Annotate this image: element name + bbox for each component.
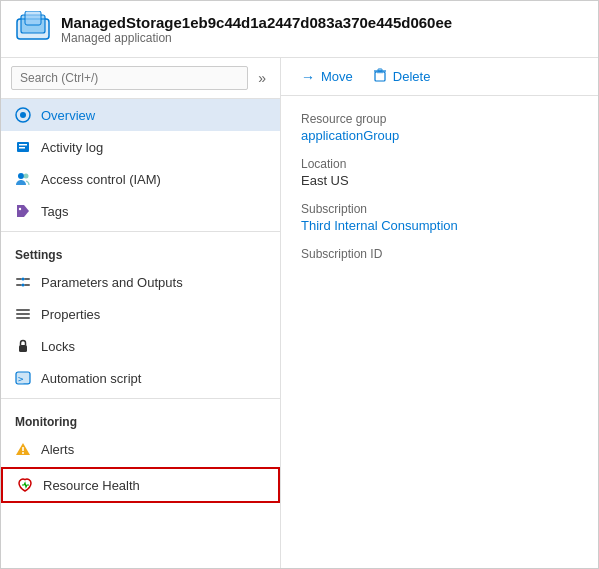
activity-log-icon bbox=[15, 139, 31, 155]
sidebar-item-locks[interactable]: Locks bbox=[1, 330, 280, 362]
resource-group-value[interactable]: applicationGroup bbox=[301, 128, 578, 143]
resource-health-icon bbox=[17, 477, 33, 493]
svg-rect-10 bbox=[19, 147, 25, 149]
locks-icon bbox=[15, 338, 31, 354]
svg-point-20 bbox=[22, 284, 25, 287]
sidebar-item-alerts[interactable]: Alerts bbox=[1, 433, 280, 465]
sidebar-item-locks-label: Locks bbox=[41, 339, 75, 354]
sidebar-item-overview-label: Overview bbox=[41, 108, 95, 123]
svg-point-30 bbox=[22, 452, 24, 454]
svg-point-7 bbox=[20, 112, 26, 118]
location-value: East US bbox=[301, 173, 578, 188]
subscription-id-row: Subscription ID bbox=[301, 247, 578, 261]
subscription-label: Subscription bbox=[301, 202, 578, 216]
svg-rect-4 bbox=[25, 11, 41, 25]
sidebar-item-access-control[interactable]: Access control (IAM) bbox=[1, 163, 280, 195]
alerts-icon bbox=[15, 441, 31, 457]
iam-icon bbox=[15, 171, 31, 187]
svg-rect-34 bbox=[378, 69, 382, 71]
sidebar-item-activity-log[interactable]: Activity log bbox=[1, 131, 280, 163]
svg-rect-22 bbox=[16, 313, 30, 315]
subscription-id-label: Subscription ID bbox=[301, 247, 578, 261]
sidebar-item-tags[interactable]: Tags bbox=[1, 195, 280, 227]
sidebar-item-automation-label: Automation script bbox=[41, 371, 141, 386]
sidebar-item-params-label: Parameters and Outputs bbox=[41, 275, 183, 290]
svg-rect-23 bbox=[16, 317, 30, 319]
sidebar-item-alerts-label: Alerts bbox=[41, 442, 74, 457]
svg-rect-24 bbox=[19, 345, 27, 352]
params-icon bbox=[15, 274, 31, 290]
sidebar-item-access-control-label: Access control (IAM) bbox=[41, 172, 161, 187]
automation-icon: >_ bbox=[15, 370, 31, 386]
move-icon: → bbox=[301, 69, 315, 85]
sidebar-item-resource-health[interactable]: Resource Health bbox=[1, 467, 280, 503]
svg-rect-21 bbox=[16, 309, 30, 311]
search-bar: » bbox=[1, 58, 280, 99]
svg-rect-18 bbox=[24, 284, 30, 286]
sidebar-item-activity-log-label: Activity log bbox=[41, 140, 103, 155]
sidebar-item-overview[interactable]: Overview bbox=[1, 99, 280, 131]
toolbar: → Move Delete bbox=[281, 58, 598, 96]
subscription-value[interactable]: Third Internal Consumption bbox=[301, 218, 578, 233]
divider-1 bbox=[1, 231, 280, 232]
subscription-row: Subscription Third Internal Consumption bbox=[301, 202, 578, 233]
header-text: ManagedStorage1eb9c44d1a2447d083a370e445… bbox=[61, 14, 452, 45]
sidebar-item-automation[interactable]: >_ Automation script bbox=[1, 362, 280, 394]
svg-marker-13 bbox=[17, 205, 29, 217]
app-header: ManagedStorage1eb9c44d1a2447d083a370e445… bbox=[1, 1, 598, 58]
resource-group-label: Resource group bbox=[301, 112, 578, 126]
sidebar-item-properties-label: Properties bbox=[41, 307, 100, 322]
info-section: Resource group applicationGroup Location… bbox=[281, 96, 598, 291]
move-label: Move bbox=[321, 69, 353, 84]
svg-rect-16 bbox=[24, 278, 30, 280]
svg-point-14 bbox=[19, 208, 21, 210]
delete-icon bbox=[373, 68, 387, 85]
svg-rect-15 bbox=[16, 278, 22, 280]
svg-point-11 bbox=[18, 173, 24, 179]
divider-2 bbox=[1, 398, 280, 399]
svg-rect-9 bbox=[19, 144, 27, 146]
sidebar-item-params-outputs[interactable]: Parameters and Outputs bbox=[1, 266, 280, 298]
settings-section-label: Settings bbox=[1, 236, 280, 266]
resource-group-row: Resource group applicationGroup bbox=[301, 112, 578, 143]
move-button[interactable]: → Move bbox=[301, 69, 353, 85]
svg-text:>_: >_ bbox=[18, 374, 29, 384]
location-row: Location East US bbox=[301, 157, 578, 188]
search-input[interactable] bbox=[11, 66, 248, 90]
sidebar: » Overview Activity log Access control (… bbox=[1, 58, 281, 568]
monitoring-section-label: Monitoring bbox=[1, 403, 280, 433]
content-area: → Move Delete Resource group application… bbox=[281, 58, 598, 568]
location-label: Location bbox=[301, 157, 578, 171]
delete-label: Delete bbox=[393, 69, 431, 84]
collapse-button[interactable]: » bbox=[254, 68, 270, 88]
sidebar-item-tags-label: Tags bbox=[41, 204, 68, 219]
sidebar-item-resource-health-label: Resource Health bbox=[43, 478, 140, 493]
delete-button[interactable]: Delete bbox=[373, 68, 431, 85]
svg-point-12 bbox=[24, 174, 29, 179]
overview-icon bbox=[15, 107, 31, 123]
svg-rect-17 bbox=[16, 284, 22, 286]
app-subtitle: Managed application bbox=[61, 31, 452, 45]
app-icon bbox=[15, 11, 51, 47]
app-title: ManagedStorage1eb9c44d1a2447d083a370e445… bbox=[61, 14, 452, 31]
svg-point-19 bbox=[22, 278, 25, 281]
svg-rect-29 bbox=[22, 447, 24, 451]
sidebar-item-properties[interactable]: Properties bbox=[1, 298, 280, 330]
properties-icon bbox=[15, 306, 31, 322]
tags-icon bbox=[15, 203, 31, 219]
main-layout: » Overview Activity log Access control (… bbox=[1, 58, 598, 568]
svg-rect-32 bbox=[377, 72, 383, 74]
